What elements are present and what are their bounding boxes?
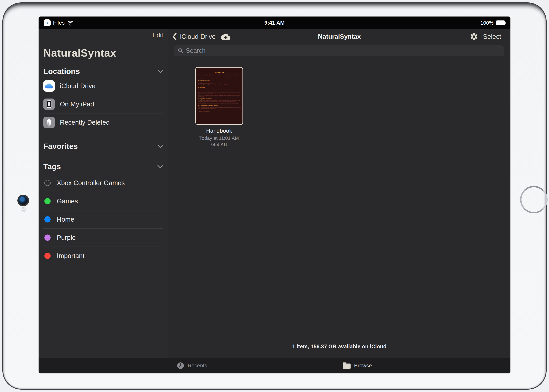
file-name: Handbook xyxy=(190,128,248,134)
section-glyph-icon xyxy=(198,98,199,99)
doc-paragraph: Please Note: The Discovery Service is on… xyxy=(198,84,241,85)
doc-section-heading: Lexical Color and Style Overlay xyxy=(198,105,241,106)
section-header-favorites[interactable]: Favorites xyxy=(43,141,163,152)
edit-button[interactable]: Edit xyxy=(152,32,163,39)
section-glyph-icon xyxy=(198,105,199,106)
cloud-download-icon[interactable] xyxy=(221,33,231,40)
tab-browse-label: Browse xyxy=(354,363,372,369)
tag-item-purple[interactable]: Purple xyxy=(43,229,163,246)
doc-section-heading: Discovery Service xyxy=(198,80,241,81)
doc-section-heading: Settings xyxy=(198,86,241,88)
tag-color-dot xyxy=(44,180,51,186)
file-date: Today at 11:01 AM xyxy=(190,135,248,141)
front-camera xyxy=(19,196,28,205)
tab-bar: Recents Browse xyxy=(39,358,510,373)
back-label: iCloud Drive xyxy=(180,33,216,40)
tag-item-home[interactable]: Home xyxy=(43,210,163,228)
doc-section-heading: Importing ePub Files xyxy=(198,98,241,99)
navigation-bar: NaturalSyntax iCloud Drive Select xyxy=(168,31,510,43)
battery-percent: 100% xyxy=(480,20,494,26)
chevron-down-icon xyxy=(157,165,163,168)
select-button[interactable]: Select xyxy=(483,33,501,40)
doc-paragraph: Welcome to Natural Syntax, within it you… xyxy=(198,74,241,79)
doc-paragraph: Pro tip: a number of people like to setu… xyxy=(198,92,241,94)
tab-recents-label: Recents xyxy=(188,363,207,369)
file-thumbnail: Handbook Welcome to Natural Syntax, with… xyxy=(195,67,243,125)
doc-paragraph: Pro tip: If you only have your ePub file… xyxy=(198,103,241,104)
sidebar-title: NaturalSyntax xyxy=(43,46,163,59)
search-placeholder: Search xyxy=(186,47,205,54)
tag-color-dot xyxy=(44,253,51,259)
tag-color-dot xyxy=(44,216,51,223)
back-button[interactable]: iCloud Drive xyxy=(172,33,231,41)
search-icon xyxy=(178,48,183,54)
search-field[interactable]: Search xyxy=(174,45,504,56)
status-time: 9:41 AM xyxy=(39,20,510,26)
tag-color-dot xyxy=(44,235,51,241)
chevron-left-icon xyxy=(172,33,177,41)
status-bar: ‹ Files 9:41 AM 100% xyxy=(39,16,510,29)
tag-item-important[interactable]: Important xyxy=(43,247,163,265)
section-glyph-icon xyxy=(198,87,199,88)
doc-paragraph: You can import your own ePub files into … xyxy=(198,100,241,102)
items-summary: 1 item, 156.37 GB available on iCloud xyxy=(168,343,510,350)
clock-icon xyxy=(177,362,185,370)
doc-closing: Thanks for using Natural Syntax! xyxy=(198,111,241,112)
gear-icon[interactable] xyxy=(470,33,478,41)
document-preview: Handbook Welcome to Natural Syntax, with… xyxy=(196,68,243,125)
light-sensor xyxy=(21,207,26,212)
tab-recents[interactable]: Recents xyxy=(109,362,274,370)
home-button[interactable] xyxy=(520,186,548,213)
doc-title: Handbook xyxy=(198,71,241,74)
screen: ‹ Files 9:41 AM 100% Edit Natura xyxy=(39,16,510,373)
section-header-tags[interactable]: Tags xyxy=(43,161,163,172)
chevron-down-icon xyxy=(157,70,163,73)
battery-icon xyxy=(496,21,505,25)
sidebar-item-icloud-drive[interactable]: iCloud Drive xyxy=(43,77,163,95)
file-item-handbook[interactable]: Handbook Welcome to Natural Syntax, with… xyxy=(190,67,248,147)
section-header-locations[interactable]: Locations xyxy=(43,66,163,77)
doc-paragraph: Note: some of the customization options … xyxy=(198,95,241,97)
sidebar-item-on-my-ipad[interactable]: On My iPad xyxy=(43,95,163,113)
ipad-icon xyxy=(43,98,55,110)
main-panel: NaturalSyntax iCloud Drive Select xyxy=(168,29,510,358)
tab-browse[interactable]: Browse xyxy=(274,362,440,369)
tag-color-dot xyxy=(44,198,51,204)
doc-paragraph: At the top right of both the file browse… xyxy=(198,88,241,92)
trash-icon xyxy=(43,117,55,128)
doc-paragraph: At the top left of the file browser, you… xyxy=(198,82,241,84)
folder-icon xyxy=(342,362,351,369)
icloud-drive-icon xyxy=(43,80,55,92)
file-grid: Handbook Welcome to Natural Syntax, with… xyxy=(168,56,510,358)
divider xyxy=(43,265,163,265)
section-glyph-icon xyxy=(198,80,199,81)
tag-item-games[interactable]: Games xyxy=(43,192,163,210)
sidebar-item-recently-deleted[interactable]: Recently Deleted xyxy=(43,113,163,131)
chevron-down-icon xyxy=(157,144,163,148)
sidebar: Edit NaturalSyntax Locations iC xyxy=(39,29,168,358)
file-size: 689 KB xyxy=(190,141,248,147)
tag-item-xbox-controller-games[interactable]: Xbox Controller Games xyxy=(43,174,163,192)
doc-paragraph: While you're reading your book, you can … xyxy=(198,107,241,109)
